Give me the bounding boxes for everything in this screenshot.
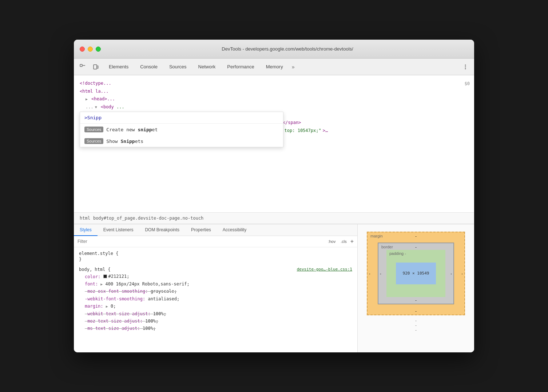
devtools-window: DevTools - developers.google.com/web/too… — [74, 40, 474, 352]
html-line: <html la... — [80, 88, 468, 96]
styles-tab-styles[interactable]: Styles — [74, 224, 98, 236]
close-button[interactable] — [80, 47, 85, 52]
color-swatch[interactable] — [103, 275, 107, 278]
tab-console[interactable]: Console — [134, 60, 163, 74]
breadcrumb: html body#top_of_page.devsite-doc-page.n… — [74, 212, 474, 224]
styles-tab-event-listeners[interactable]: Event Listeners — [98, 224, 139, 236]
css-prop-ms-text-size: -ms-text-size-adjust: 100%; — [79, 325, 352, 332]
bm-margin-left: - — [369, 271, 370, 276]
box-model-panel: margin - - - - border - - - - — [358, 224, 474, 353]
dollar-sign: $0 — [465, 81, 470, 86]
bm-margin-bottom: - — [415, 309, 417, 313]
tab-network[interactable]: Network — [192, 60, 222, 74]
devtools-body: $0 <!doctype... <html la... ▶ <head>... … — [74, 75, 474, 352]
breadcrumb-body[interactable]: body#top_of_page.devsite-doc-page.no-tou… — [93, 216, 203, 221]
tab-elements[interactable]: Elements — [103, 60, 134, 74]
autocomplete-input[interactable]: >Snipp — [80, 112, 283, 124]
styles-content: element.style { } body, html { devsite-g… — [74, 247, 357, 353]
bm-border-right: - — [450, 271, 452, 276]
styles-filter-input[interactable] — [78, 239, 326, 244]
svg-point-5 — [465, 66, 466, 67]
sources-badge: Sources — [84, 138, 103, 144]
bm-border-left: - — [380, 271, 381, 276]
autocomplete-item-create-snippet[interactable]: Sources Create new snippet — [80, 124, 283, 135]
css-closing-brace: } — [79, 257, 352, 262]
bm-padding-label: padding - — [389, 251, 406, 256]
svg-point-4 — [465, 64, 466, 65]
bm-margin: margin - - - - border - - - - — [367, 232, 465, 315]
autocomplete-item-show-snippets[interactable]: Sources Show Snippets — [80, 135, 283, 147]
css-selector: body, html { devsite-goo…-blue.css:1 — [79, 267, 352, 272]
titlebar: DevTools - developers.google.com/web/too… — [74, 40, 474, 59]
css-prop-webkit-font: -webkit-font-smoothing: antialiased; — [79, 295, 352, 303]
styles-filter-bar: :hov .cls + — [74, 236, 357, 247]
add-style-button[interactable]: + — [350, 238, 354, 245]
bm-margin-right: - — [461, 271, 463, 276]
svg-rect-0 — [80, 64, 82, 67]
device-toolbar-icon[interactable] — [90, 61, 102, 73]
cls-button[interactable]: .cls — [339, 239, 348, 244]
bm-content-size: 920 × 10549 — [403, 271, 429, 276]
css-prop-moz-text-size: -moz-text-size-adjust: 100%; — [79, 317, 352, 325]
tab-performance[interactable]: Performance — [221, 60, 260, 74]
window-title: DevTools - developers.google.com/web/too… — [107, 46, 468, 52]
bm-border-bottom: - — [415, 298, 417, 302]
html-panel: $0 <!doctype... <html la... ▶ <head>... … — [74, 75, 474, 212]
css-prop-webkit-text-size: -webkit-text-size-adjust: 100%; — [79, 310, 352, 317]
bm-padding: padding - 920 × 10549 — [386, 250, 445, 297]
css-source-link[interactable]: devsite-goo…-blue.css:1 — [297, 267, 352, 272]
bm-border-top: - — [415, 245, 417, 249]
html-line: ... ▼ <body ... — [86, 103, 468, 111]
svg-rect-2 — [94, 65, 97, 69]
styles-tab-accessibility[interactable]: Accessibility — [217, 224, 252, 236]
window-buttons — [80, 47, 101, 52]
styles-tab-properties[interactable]: Properties — [185, 224, 217, 236]
html-line: ▶ <head>... — [86, 95, 468, 103]
breadcrumb-html[interactable]: html — [80, 216, 90, 221]
minimize-button[interactable] — [88, 47, 93, 52]
hov-button[interactable]: :hov — [326, 239, 337, 244]
css-prop-margin: margin: ▶ 0; — [79, 303, 352, 310]
bm-margin-top: - — [415, 234, 417, 238]
svg-rect-3 — [97, 66, 98, 68]
bm-content: 920 × 10549 — [396, 263, 436, 284]
devtools-menu-icon[interactable] — [460, 61, 471, 73]
styles-panel: Styles Event Listeners DOM Breakpoints P… — [74, 224, 358, 353]
css-rule-element-style: element.style { } — [79, 251, 352, 262]
styles-tab-dom-breakpoints[interactable]: DOM Breakpoints — [139, 224, 185, 236]
tab-sources[interactable]: Sources — [163, 60, 192, 74]
maximize-button[interactable] — [96, 47, 101, 52]
css-selector: element.style { — [79, 251, 352, 256]
css-rule-body-html: body, html { devsite-goo…-blue.css:1 col… — [79, 267, 352, 332]
styles-tabs: Styles Event Listeners DOM Breakpoints P… — [74, 224, 357, 236]
svg-point-6 — [465, 68, 466, 69]
bottom-panel: Styles Event Listeners DOM Breakpoints P… — [74, 224, 474, 353]
box-model: margin - - - - border - - - - — [365, 232, 467, 315]
inspect-element-icon[interactable] — [77, 61, 88, 73]
autocomplete-dropdown: >Snipp Sources Create new snippet Source… — [80, 112, 283, 147]
tab-memory[interactable]: Memory — [260, 60, 289, 74]
css-prop-moz-osx: -moz-osx-font-smoothing: grayscale; — [79, 288, 352, 295]
bm-margin-label: margin — [370, 234, 383, 238]
css-prop-font: font: ▶ 400 16px/24px Roboto,sans-serif; — [79, 280, 352, 288]
css-prop-color: color: #212121; — [79, 273, 352, 281]
bm-border-label: border — [381, 245, 393, 249]
html-line: <!doctype... — [80, 80, 468, 88]
bm-bottom-values: - - - — [365, 318, 467, 332]
devtools-tabs-bar: Elements Console Sources Network Perform… — [74, 59, 474, 75]
sources-badge: Sources — [84, 127, 103, 132]
bm-border: border - - - - padding - 920 × 10549 — [378, 243, 454, 304]
tab-more-button[interactable]: » — [289, 60, 298, 73]
